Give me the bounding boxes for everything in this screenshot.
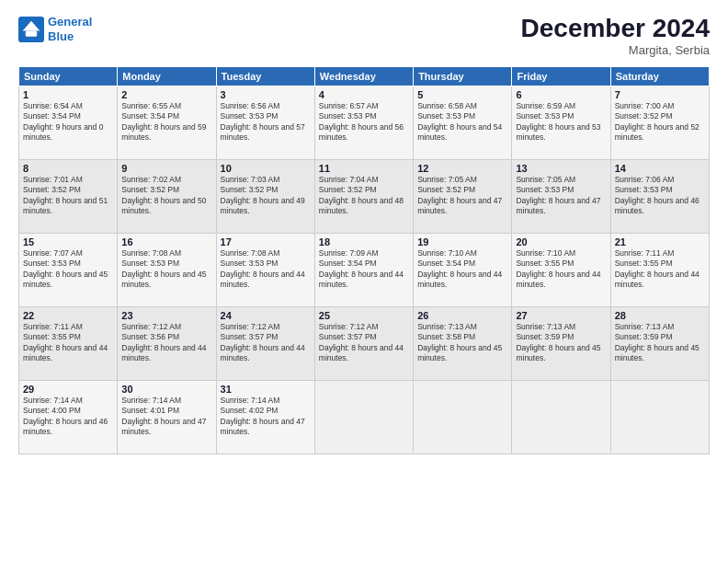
table-row: 10 Sunrise: 7:03 AMSunset: 3:52 PMDaylig… [216,159,314,233]
day-number: 20 [516,236,606,247]
col-wednesday: Wednesday [314,66,413,86]
day-info: Sunrise: 7:03 AMSunset: 3:52 PMDaylight:… [221,175,311,217]
logo: General Blue [18,15,92,43]
day-info: Sunrise: 7:13 AMSunset: 3:58 PMDaylight:… [417,322,507,364]
day-info: Sunrise: 7:12 AMSunset: 3:57 PMDaylight:… [221,322,311,364]
table-row: 15 Sunrise: 7:07 AMSunset: 3:53 PMDaylig… [19,233,118,306]
table-row: 12 Sunrise: 7:05 AMSunset: 3:52 PMDaylig… [414,159,512,233]
day-number: 1 [23,89,113,100]
day-number: 29 [23,384,113,395]
calendar-row: 22 Sunrise: 7:11 AMSunset: 3:55 PMDaylig… [19,306,710,380]
day-number: 7 [615,89,705,100]
table-row: 8 Sunrise: 7:01 AMSunset: 3:52 PMDayligh… [19,159,118,233]
table-row: 16 Sunrise: 7:08 AMSunset: 3:53 PMDaylig… [118,233,216,306]
day-info: Sunrise: 7:05 AMSunset: 3:53 PMDaylight:… [516,175,606,217]
day-info: Sunrise: 7:04 AMSunset: 3:52 PMDaylight:… [319,175,409,217]
table-row: 18 Sunrise: 7:09 AMSunset: 3:54 PMDaylig… [314,233,413,306]
day-info: Sunrise: 7:13 AMSunset: 3:59 PMDaylight:… [516,322,606,364]
day-info: Sunrise: 6:56 AMSunset: 3:53 PMDaylight:… [221,101,311,144]
title-block: December 2024 Margita, Serbia [521,15,710,57]
day-info: Sunrise: 7:12 AMSunset: 3:56 PMDaylight:… [121,322,211,364]
day-number: 15 [23,236,113,247]
day-number: 3 [221,89,311,100]
table-row: 13 Sunrise: 7:05 AMSunset: 3:53 PMDaylig… [512,159,610,233]
day-number: 9 [121,163,211,174]
day-number: 23 [121,310,211,321]
day-info: Sunrise: 7:08 AMSunset: 3:53 PMDaylight:… [121,248,211,291]
table-row: 24 Sunrise: 7:12 AMSunset: 3:57 PMDaylig… [216,306,314,380]
table-row: 1 Sunrise: 6:54 AMSunset: 3:54 PMDayligh… [19,86,118,159]
table-row: 27 Sunrise: 7:13 AMSunset: 3:59 PMDaylig… [512,306,610,380]
table-row: 21 Sunrise: 7:11 AMSunset: 3:55 PMDaylig… [610,233,709,306]
day-info: Sunrise: 7:02 AMSunset: 3:52 PMDaylight:… [121,175,211,217]
col-sunday: Sunday [19,66,118,86]
page: General Blue December 2024 Margita, Serb… [0,0,728,563]
table-row: 25 Sunrise: 7:12 AMSunset: 3:57 PMDaylig… [314,306,413,380]
day-number: 24 [221,310,311,321]
table-row: 17 Sunrise: 7:08 AMSunset: 3:53 PMDaylig… [216,233,314,306]
logo-text: General Blue [48,15,92,43]
day-number: 27 [516,310,606,321]
day-number: 25 [319,310,409,321]
day-number: 17 [221,236,311,247]
calendar-row: 15 Sunrise: 7:07 AMSunset: 3:53 PMDaylig… [19,233,710,306]
day-info: Sunrise: 7:05 AMSunset: 3:52 PMDaylight:… [417,175,507,217]
day-info: Sunrise: 7:13 AMSunset: 3:59 PMDaylight:… [615,322,705,364]
table-row: 4 Sunrise: 6:57 AMSunset: 3:53 PMDayligh… [314,86,413,159]
day-number: 22 [23,310,113,321]
table-row: 29 Sunrise: 7:14 AMSunset: 4:00 PMDaylig… [19,380,118,454]
day-info: Sunrise: 7:14 AMSunset: 4:02 PMDaylight:… [221,396,311,438]
col-thursday: Thursday [414,66,512,86]
day-number: 26 [417,310,507,321]
calendar-row: 29 Sunrise: 7:14 AMSunset: 4:00 PMDaylig… [19,380,710,454]
col-saturday: Saturday [610,66,709,86]
logo-line2: Blue [48,29,74,43]
day-number: 21 [615,236,705,247]
day-number: 8 [23,163,113,174]
day-info: Sunrise: 6:55 AMSunset: 3:54 PMDaylight:… [121,101,211,144]
day-number: 10 [221,163,311,174]
day-info: Sunrise: 7:10 AMSunset: 3:54 PMDaylight:… [417,248,507,291]
calendar-header-row: Sunday Monday Tuesday Wednesday Thursday… [19,66,710,86]
table-row [610,380,709,454]
day-info: Sunrise: 7:14 AMSunset: 4:00 PMDaylight:… [23,396,113,438]
table-row: 2 Sunrise: 6:55 AMSunset: 3:54 PMDayligh… [118,86,216,159]
day-number: 5 [417,89,507,100]
day-info: Sunrise: 7:01 AMSunset: 3:52 PMDaylight:… [23,175,113,217]
table-row: 20 Sunrise: 7:10 AMSunset: 3:55 PMDaylig… [512,233,610,306]
day-number: 4 [319,89,409,100]
calendar-table: Sunday Monday Tuesday Wednesday Thursday… [18,66,710,454]
day-info: Sunrise: 6:59 AMSunset: 3:53 PMDaylight:… [516,101,606,144]
day-number: 2 [121,89,211,100]
day-info: Sunrise: 6:57 AMSunset: 3:53 PMDaylight:… [319,101,409,144]
day-info: Sunrise: 6:58 AMSunset: 3:53 PMDaylight:… [417,101,507,144]
day-number: 16 [121,236,211,247]
day-info: Sunrise: 7:07 AMSunset: 3:53 PMDaylight:… [23,248,113,291]
table-row: 7 Sunrise: 7:00 AMSunset: 3:52 PMDayligh… [610,86,709,159]
day-info: Sunrise: 7:10 AMSunset: 3:55 PMDaylight:… [516,248,606,291]
calendar-row: 1 Sunrise: 6:54 AMSunset: 3:54 PMDayligh… [19,86,710,159]
table-row: 19 Sunrise: 7:10 AMSunset: 3:54 PMDaylig… [414,233,512,306]
table-row: 9 Sunrise: 7:02 AMSunset: 3:52 PMDayligh… [118,159,216,233]
svg-rect-2 [26,30,37,36]
location-subtitle: Margita, Serbia [521,43,710,57]
calendar-row: 8 Sunrise: 7:01 AMSunset: 3:52 PMDayligh… [19,159,710,233]
col-tuesday: Tuesday [216,66,314,86]
table-row [414,380,512,454]
table-row: 5 Sunrise: 6:58 AMSunset: 3:53 PMDayligh… [414,86,512,159]
table-row [512,380,610,454]
day-number: 14 [615,163,705,174]
day-info: Sunrise: 7:08 AMSunset: 3:53 PMDaylight:… [221,248,311,291]
day-number: 18 [319,236,409,247]
day-number: 31 [221,384,311,395]
day-number: 19 [417,236,507,247]
day-number: 12 [417,163,507,174]
logo-line1: General [48,15,92,29]
day-info: Sunrise: 7:06 AMSunset: 3:53 PMDaylight:… [615,175,705,217]
table-row: 26 Sunrise: 7:13 AMSunset: 3:58 PMDaylig… [414,306,512,380]
col-monday: Monday [118,66,216,86]
table-row: 6 Sunrise: 6:59 AMSunset: 3:53 PMDayligh… [512,86,610,159]
day-info: Sunrise: 7:11 AMSunset: 3:55 PMDaylight:… [23,322,113,364]
table-row: 28 Sunrise: 7:13 AMSunset: 3:59 PMDaylig… [610,306,709,380]
day-info: Sunrise: 7:00 AMSunset: 3:52 PMDaylight:… [615,101,705,144]
